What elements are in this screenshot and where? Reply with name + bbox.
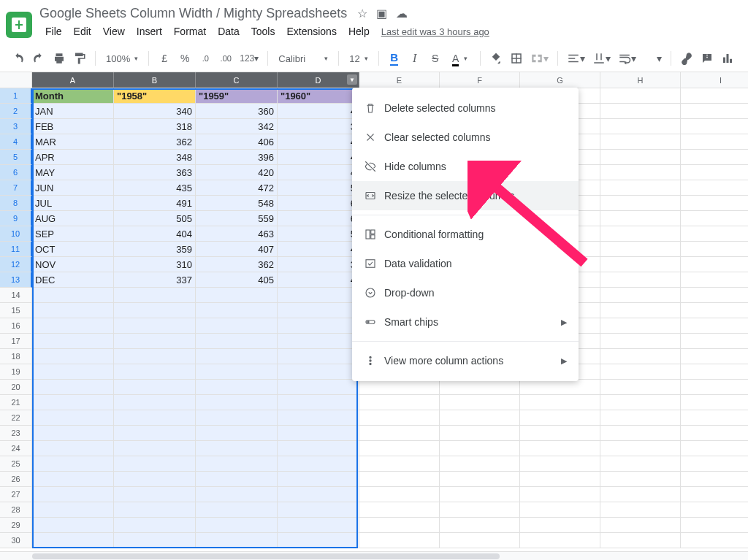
cell[interactable]	[681, 211, 748, 226]
cell[interactable]	[359, 410, 440, 426]
cell[interactable]	[196, 487, 278, 502]
row-header[interactable]: 28	[0, 502, 32, 518]
cell[interactable]: APR	[32, 150, 114, 165]
comment-icon[interactable]	[698, 49, 717, 68]
row-header[interactable]: 11	[0, 242, 32, 257]
menu-file[interactable]: File	[39, 23, 68, 40]
menu-extensions[interactable]: Extensions	[280, 23, 342, 40]
cell[interactable]	[520, 502, 600, 518]
cell[interactable]	[196, 380, 278, 395]
cell[interactable]: 4	[278, 134, 359, 150]
row-header[interactable]: 16	[0, 318, 32, 334]
fill-color-button[interactable]	[486, 49, 505, 68]
cell[interactable]	[278, 518, 359, 533]
cell[interactable]: 548	[196, 196, 278, 211]
cell[interactable]	[359, 456, 440, 472]
cell[interactable]: 340	[114, 104, 196, 119]
row-header[interactable]: 18	[0, 349, 32, 364]
row-header[interactable]: 14	[0, 288, 32, 303]
italic-button[interactable]: I	[405, 49, 424, 68]
cell[interactable]	[114, 318, 196, 334]
cell[interactable]: 3	[278, 257, 359, 272]
cell[interactable]	[114, 349, 196, 364]
font-dropdown[interactable]: Calibri	[274, 53, 332, 64]
cell[interactable]	[520, 395, 600, 410]
row-header[interactable]: 6	[0, 165, 32, 180]
cell[interactable]	[114, 395, 196, 410]
cell[interactable]	[681, 334, 748, 349]
col-header-a[interactable]: A	[32, 72, 114, 88]
chart-icon[interactable]	[718, 49, 737, 68]
row-header[interactable]: 21	[0, 395, 32, 410]
percent-button[interactable]: %	[175, 49, 194, 68]
h-align-button[interactable]: ▾	[564, 49, 588, 68]
cell[interactable]	[114, 380, 196, 395]
menu-format[interactable]: Format	[168, 23, 212, 40]
cell[interactable]	[600, 272, 681, 288]
cell[interactable]: MAR	[32, 134, 114, 150]
cell[interactable]: NOV	[32, 257, 114, 272]
cell[interactable]	[681, 134, 748, 150]
cell[interactable]	[114, 472, 196, 487]
cell[interactable]: "1960"	[278, 88, 359, 104]
v-align-button[interactable]: ▾	[589, 49, 614, 68]
cell[interactable]: SEP	[32, 226, 114, 242]
cell[interactable]	[681, 472, 748, 487]
cell[interactable]	[196, 303, 278, 318]
col-header-f[interactable]: F	[440, 72, 520, 88]
cell[interactable]	[32, 288, 114, 303]
row-header[interactable]: 4	[0, 134, 32, 150]
cell[interactable]	[359, 441, 440, 456]
menu-view[interactable]: View	[97, 23, 131, 40]
cell[interactable]	[114, 441, 196, 456]
cell[interactable]: 362	[114, 134, 196, 150]
cell[interactable]	[600, 104, 681, 119]
cell[interactable]: 342	[196, 119, 278, 134]
increase-decimal-button[interactable]: .00	[216, 49, 235, 68]
cloud-icon[interactable]: ☁	[396, 7, 408, 20]
cell[interactable]	[359, 426, 440, 441]
cell[interactable]	[600, 456, 681, 472]
move-icon[interactable]: ▣	[376, 7, 387, 20]
cell[interactable]	[440, 441, 520, 456]
col-header-i[interactable]: I	[681, 72, 748, 88]
cell[interactable]	[196, 518, 278, 533]
cell[interactable]	[440, 395, 520, 410]
cell[interactable]	[196, 288, 278, 303]
cell[interactable]	[681, 487, 748, 502]
cell[interactable]	[440, 426, 520, 441]
cell[interactable]	[278, 426, 359, 441]
cell[interactable]	[681, 380, 748, 395]
cell[interactable]	[600, 303, 681, 318]
cell[interactable]: 5	[278, 180, 359, 196]
cell[interactable]: DEC	[32, 272, 114, 288]
cell[interactable]	[520, 487, 600, 502]
cell[interactable]	[681, 165, 748, 180]
cell[interactable]	[600, 288, 681, 303]
cell[interactable]	[600, 502, 681, 518]
cell[interactable]: JUN	[32, 180, 114, 196]
row-header[interactable]: 1	[0, 88, 32, 104]
link-icon[interactable]	[677, 49, 696, 68]
cell[interactable]	[681, 349, 748, 364]
cell[interactable]	[440, 487, 520, 502]
text-color-button[interactable]: A	[446, 49, 465, 68]
font-size-dropdown[interactable]: 12	[345, 53, 372, 64]
cell[interactable]: 362	[196, 257, 278, 272]
cell[interactable]	[600, 134, 681, 150]
row-header[interactable]: 23	[0, 426, 32, 441]
cell[interactable]: 404	[114, 226, 196, 242]
zoom-dropdown[interactable]: 100%	[102, 53, 142, 64]
cell[interactable]	[600, 242, 681, 257]
row-header[interactable]: 3	[0, 119, 32, 134]
cell[interactable]	[32, 426, 114, 441]
cell[interactable]	[681, 533, 748, 548]
cell[interactable]	[520, 410, 600, 426]
cell[interactable]	[520, 533, 600, 548]
cell[interactable]	[278, 533, 359, 548]
context-item[interactable]: Hide columns	[352, 152, 579, 181]
cell[interactable]: 310	[114, 257, 196, 272]
cell[interactable]	[440, 410, 520, 426]
bold-button[interactable]: B	[385, 49, 404, 68]
cell[interactable]	[114, 303, 196, 318]
